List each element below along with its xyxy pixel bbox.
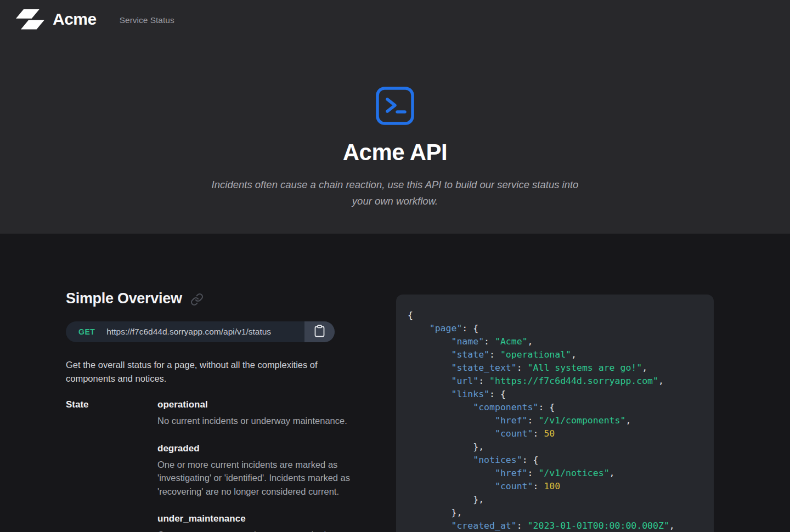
page-title: Acme API — [0, 139, 790, 166]
state-item-degraded: degraded One or more current incidents a… — [157, 443, 357, 499]
state-row-label: State — [66, 399, 157, 532]
json-code: { "page": { "name": "Acme", "state": "op… — [408, 309, 702, 532]
brand-link[interactable]: Acme — [16, 9, 97, 30]
top-nav: Acme Service Status — [16, 9, 174, 30]
nav-link-service-status[interactable]: Service Status — [120, 15, 174, 25]
terminal-icon — [375, 86, 415, 126]
section-title: Simple Overview — [66, 290, 182, 307]
state-description: No current incidents or underway mainten… — [157, 414, 357, 428]
copy-url-button[interactable] — [304, 321, 335, 342]
http-method-badge: GET — [78, 327, 95, 336]
endpoint-url: https://f7c6d44d.sorryapp.com/api/v1/sta… — [106, 327, 304, 337]
clipboard-icon — [314, 325, 325, 339]
docs-column: Simple Overview GET https://f7c6d44d.sor… — [66, 290, 347, 532]
state-description: One or more current maintenance marked a… — [157, 528, 357, 532]
hero-section: Acme Service Status Acme API Incidents o… — [0, 0, 790, 234]
endpoint-bar: GET https://f7c6d44d.sorryapp.com/api/v1… — [66, 321, 335, 342]
state-item-operational: operational No current incidents or unde… — [157, 399, 357, 428]
state-term: operational — [157, 399, 357, 410]
code-panel: { "page": { "name": "Acme", "state": "op… — [396, 295, 714, 532]
state-table: State operational No current incidents o… — [66, 399, 347, 532]
brand-name: Acme — [53, 10, 97, 29]
state-item-under-maintenance: under_maintenance One or more current ma… — [157, 513, 357, 532]
page-subtitle: Incidents often cause a chain reaction, … — [203, 177, 587, 210]
state-term: degraded — [157, 443, 357, 454]
status-api-page: { "nav": { "brand": "Acme", "service_sta… — [0, 0, 790, 532]
acme-logo-icon — [16, 9, 44, 30]
anchor-link-icon[interactable] — [190, 293, 204, 306]
state-description: One or more current incidents are marked… — [157, 458, 357, 499]
state-term: under_maintenance — [157, 513, 357, 524]
section-description: Get the overall status for a page, witho… — [66, 358, 319, 385]
